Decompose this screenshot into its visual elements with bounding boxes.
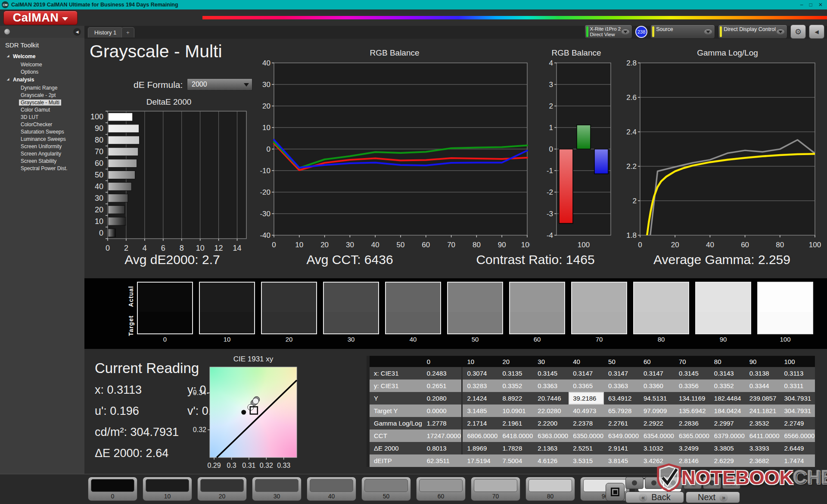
sidebar-item-luminance-sweeps[interactable]: Luminance Sweeps <box>0 135 84 143</box>
tab-history-1[interactable]: History 1 <box>88 27 123 37</box>
settings-button[interactable]: ⚙ <box>790 25 806 39</box>
table-cell: 0.3147 <box>604 367 639 380</box>
transport-button-3[interactable] <box>664 477 682 489</box>
gray-level-label: 20 <box>261 336 317 343</box>
gray-level-button-10[interactable]: 10 <box>143 477 192 501</box>
de-formula-select[interactable]: 2000 <box>187 78 252 90</box>
source-dropdown[interactable]: Source <box>650 25 715 39</box>
transport-button-6[interactable] <box>722 477 740 489</box>
sidebar-item-3d-lut[interactable]: 3D LUT <box>0 113 84 121</box>
gray-level-button-50[interactable]: 50 <box>361 477 411 501</box>
svg-text:90: 90 <box>498 241 506 249</box>
sidebar-item-screen-uniformity[interactable]: Screen Uniformity <box>0 143 84 150</box>
table-cell: 6379.0000 <box>710 429 745 442</box>
sidebar-item-label: Grayscale - Multi <box>19 100 61 106</box>
gray-level-button-80[interactable]: 80 <box>525 477 575 501</box>
table-cell: 2.2836 <box>675 417 710 429</box>
table-cell: 1.7474 <box>780 454 815 467</box>
rgb-balance-bar-title: RGB Balance <box>538 48 615 59</box>
display-control-dropdown[interactable]: Direct Display Control <box>718 25 787 39</box>
gamma-chart-panel: Gamma Log/Log 2.82.62.42.221.80204060801… <box>623 48 827 260</box>
svg-text:4: 4 <box>143 244 147 252</box>
meter-dropdown[interactable]: X-Rite i1Pro 2 Direct View <box>584 25 633 39</box>
table-row-y-cie31: y: CIE310.26510.32830.33520.33630.33650.… <box>368 380 815 392</box>
stop-button[interactable] <box>606 483 625 501</box>
sidebar-item-spectral-power-dist[interactable]: Spectral Power Dist. <box>0 165 84 172</box>
table-cell: 2.1424 <box>463 392 498 404</box>
table-column-header: 90 <box>745 356 780 367</box>
gray-level-label: 0 <box>137 336 193 343</box>
sidebar-item-colorchecker[interactable]: ColorChecker <box>0 121 84 128</box>
gray-patch-box <box>199 282 255 334</box>
deltae-chart-panel: DeltaE 2000 0246810121410090807060504030… <box>84 97 253 262</box>
table-cell: 304.7931 <box>780 392 815 404</box>
table-cell: 6566.0000 <box>780 429 815 442</box>
actual-patch <box>386 283 440 312</box>
gray-level-button-label: 80 <box>526 493 575 500</box>
sidebar-item-color-gamut[interactable]: Color Gamut <box>0 106 84 113</box>
back-button[interactable]: « Back <box>625 492 684 503</box>
collapse-panel-button[interactable]: ◀ <box>809 25 824 39</box>
gray-level-button-20[interactable]: 20 <box>197 477 247 501</box>
transport-button-1[interactable] <box>625 477 644 489</box>
svg-text:-3: -3 <box>547 210 553 218</box>
close-button[interactable]: ✕ <box>818 0 823 9</box>
svg-text:8: 8 <box>180 244 184 252</box>
sidebar-item-screen-angularity[interactable]: Screen Angularity <box>0 150 84 157</box>
sidebar-item-options[interactable]: Options <box>0 68 84 75</box>
svg-text:0: 0 <box>99 229 103 237</box>
table-cell: 2.9141 <box>604 442 639 454</box>
gray-level-button-30[interactable]: 30 <box>252 477 302 501</box>
table-cell: 6349.0000 <box>604 429 639 442</box>
gray-level-button-40[interactable]: 40 <box>307 477 356 501</box>
gray-level-button-0[interactable]: 0 <box>88 477 137 501</box>
page-title: Grayscale - Multi <box>90 41 222 62</box>
sidebar-item-saturation-sweeps[interactable]: Saturation Sweeps <box>0 128 84 135</box>
table-row-e-2000: ΔE 20000.80131.89691.78282.13632.52512.9… <box>368 442 815 454</box>
table-cell: 62.3511 <box>423 454 463 467</box>
table-column-header: 50 <box>604 356 639 367</box>
source-label: Source <box>656 26 673 32</box>
minimize-button[interactable]: – <box>800 0 803 9</box>
sidebar-item-label: Dynamic Range <box>19 85 59 91</box>
table-column-header: 70 <box>675 356 710 367</box>
table-cell: 22.0280 <box>533 404 569 417</box>
sidebar-item-label: ColorChecker <box>19 121 54 128</box>
transport-button-5[interactable] <box>703 477 721 489</box>
sidebar-header: ◀ <box>0 26 84 38</box>
tree-group-welcome[interactable]: Welcome <box>0 52 84 61</box>
table-cell: 3.4262 <box>639 454 675 467</box>
gray-level-button-60[interactable]: 60 <box>416 477 466 501</box>
stat-avg-de2000: Avg dE2000: 2.7 <box>124 252 220 267</box>
sidebar-item-grayscale-2pt[interactable]: Grayscale - 2pt <box>0 91 84 99</box>
transport-button-4[interactable] <box>684 477 702 489</box>
sidebar-item-dynamic-range[interactable]: Dynamic Range <box>0 84 84 91</box>
workflow-dot-icon <box>4 29 10 34</box>
sidebar-item-screen-stability[interactable]: Screen Stability <box>0 157 84 165</box>
sidebar-item-welcome[interactable]: Welcome <box>0 61 84 68</box>
table-column-header: 10 <box>463 356 498 367</box>
target-patch <box>572 312 626 333</box>
target-patch <box>262 312 316 333</box>
gray-patch-60: 60 <box>509 282 565 343</box>
tree-group-analysis[interactable]: Analysis <box>0 75 84 84</box>
next-button[interactable]: Next » <box>686 492 740 503</box>
de-formula-label: dE Formula: <box>134 80 183 90</box>
tab-add-button[interactable]: + <box>121 27 134 37</box>
gray-level-button-70[interactable]: 70 <box>471 477 520 501</box>
calman-logo-button[interactable]: CalMAN <box>3 11 78 25</box>
sidebar-item-grayscale-multi[interactable]: Grayscale - Multi <box>0 99 84 106</box>
gamma-chart-title: Gamma Log/Log <box>623 48 827 59</box>
sidebar-item-label: Luminance Sweeps <box>19 136 68 142</box>
gray-patch-box <box>261 282 317 334</box>
gray-swatch <box>474 479 517 492</box>
table-cell: 0.3365 <box>569 380 604 392</box>
table-cell: 2.3532 <box>745 417 780 429</box>
chevron-down-icon <box>777 29 784 34</box>
sidebar-item-label: Screen Stability <box>19 158 58 164</box>
transport-button-2[interactable] <box>645 477 663 489</box>
table-cell: 3.3393 <box>745 442 780 454</box>
sidebar-collapse-button[interactable]: ◀ <box>73 28 81 36</box>
svg-text:0.3: 0.3 <box>227 462 236 469</box>
maximize-button[interactable]: □ <box>809 0 812 9</box>
